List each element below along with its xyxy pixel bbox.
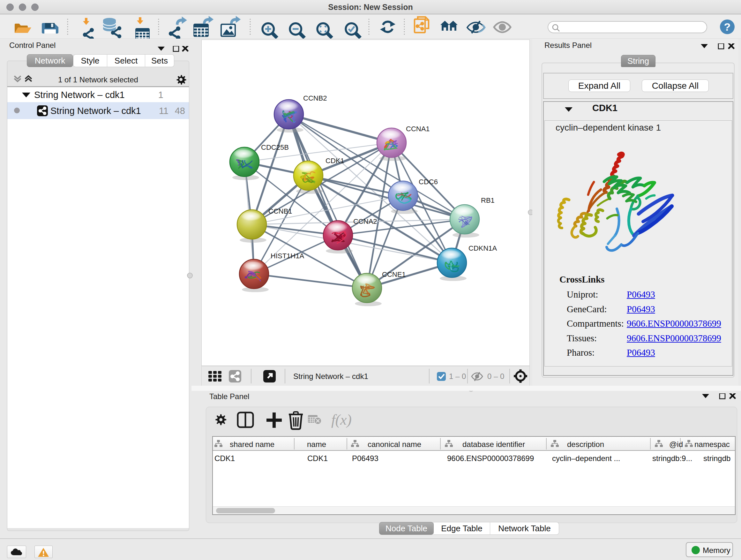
svg-text:CCNB1: CCNB1 — [268, 207, 292, 215]
svg-text:stringdb:9...: stringdb:9... — [652, 454, 692, 462]
svg-text:HIST1H1A: HIST1H1A — [271, 252, 304, 260]
svg-text:CDC6: CDC6 — [419, 178, 438, 186]
svg-text:?: ? — [724, 21, 731, 33]
svg-text:name: name — [307, 440, 326, 449]
svg-text:canonical name: canonical name — [367, 440, 421, 449]
svg-text:@id: @id — [669, 440, 683, 449]
svg-text:CCNB2: CCNB2 — [303, 94, 327, 102]
svg-text:0 – 0: 0 – 0 — [487, 372, 504, 381]
svg-text:shared name: shared name — [230, 440, 274, 449]
svg-text:CDC25B: CDC25B — [261, 143, 289, 151]
svg-text:CCNE1: CCNE1 — [382, 270, 406, 278]
svg-text:CCNA2: CCNA2 — [353, 217, 377, 226]
svg-text:CDK1: CDK1 — [326, 157, 344, 165]
svg-text:stringdb: stringdb — [703, 454, 731, 462]
svg-text:9606.ENSP00000378699: 9606.ENSP00000378699 — [447, 454, 534, 462]
svg-text:f(x): f(x) — [331, 412, 352, 428]
svg-text:P06493: P06493 — [352, 454, 379, 462]
svg-text:String Network – cdk1: String Network – cdk1 — [293, 372, 368, 381]
svg-text:cyclin–dependent ...: cyclin–dependent ... — [552, 454, 620, 462]
svg-text:CCNA1: CCNA1 — [406, 125, 430, 133]
svg-text:description: description — [567, 440, 604, 449]
svg-text:CDKN1A: CDKN1A — [468, 244, 497, 252]
svg-text:RB1: RB1 — [481, 196, 495, 204]
svg-text:CDK1: CDK1 — [307, 454, 328, 462]
svg-text:namespac: namespac — [694, 440, 730, 449]
svg-text:CDK1: CDK1 — [214, 454, 235, 462]
svg-text:database identifier: database identifier — [462, 440, 525, 449]
svg-text:1 – 0: 1 – 0 — [449, 372, 466, 381]
